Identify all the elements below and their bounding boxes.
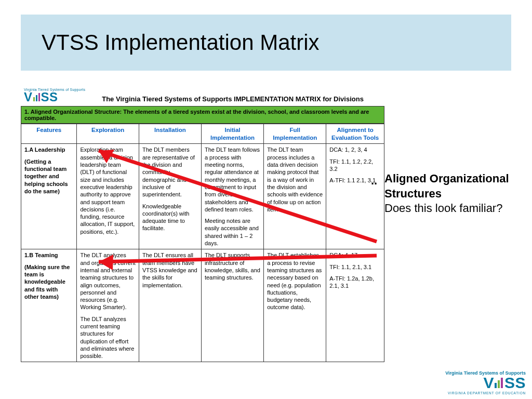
cell-alignment: DCA: 1, 2, 3, 4 TFI: 1.1, 1.2, 2.2, 3.2 … — [326, 144, 384, 249]
footer-logo: Virginia Tiered Systems of Supports VSS … — [445, 370, 526, 395]
logo-bars-icon — [495, 376, 504, 388]
document-title: The Virginia Tiered Systems of Supports … — [95, 95, 381, 103]
section-heading: 1. Aligned Organizational Structure: The… — [21, 106, 384, 124]
cell-exploration: The DLT analyzes and organizes current i… — [77, 249, 139, 362]
implementation-matrix-table: Features Exploration Installation Initia… — [21, 124, 384, 363]
col-features: Features — [21, 124, 77, 144]
footer-logo-text: VSS — [445, 376, 526, 391]
feature-cell: 1.A Leadership (Getting a functional tea… — [21, 144, 77, 249]
col-initial: Initial Implementation — [201, 124, 263, 144]
col-installation: Installation — [139, 124, 201, 144]
feature-sub: (Getting a functional team together and … — [24, 158, 73, 195]
callout-heading: Aligned Organizational Structures — [384, 172, 509, 200]
table-row: 1.B Teaming (Making sure the team is kno… — [21, 249, 384, 362]
feature-cell: 1.B Teaming (Making sure the team is kno… — [21, 249, 77, 362]
callout-body: Does this look familiar? — [384, 202, 502, 215]
logo-bars-icon — [33, 92, 41, 101]
vtss-logo-small: Virginia Tiered Systems of Supports VSS — [24, 88, 85, 103]
logo-text: VSS — [24, 91, 85, 103]
cell-installation: The DLT ensures all team members have VT… — [139, 249, 201, 362]
document-panel: Virginia Tiered Systems of Supports VSS … — [21, 86, 384, 362]
cell-installation: The DLT members are representative of th… — [139, 144, 201, 249]
feature-code: 1.B Teaming — [24, 252, 58, 258]
table-row: 1.A Leadership (Getting a functional tea… — [21, 144, 384, 249]
ellipsis-icon: .. — [371, 174, 377, 189]
table-header-row: Features Exploration Installation Initia… — [21, 124, 384, 144]
feature-sub: (Making sure the team is knowledgeable a… — [24, 263, 73, 300]
cell-full: The DLT team process includes a data dri… — [264, 144, 326, 249]
title-band: VTSS Implementation Matrix — [21, 15, 511, 71]
cell-initial: The DLT team follows a process with meet… — [201, 144, 263, 249]
col-alignment: Alignment to Evaluation Tools — [326, 124, 384, 144]
col-full: Full Implementation — [264, 124, 326, 144]
cell-full: The DLT establishes a process to revise … — [264, 249, 326, 362]
cell-initial: The DLT supports infrastructure of knowl… — [201, 249, 263, 362]
col-exploration: Exploration — [77, 124, 139, 144]
callout-text: .. Aligned Organizational Structures Doe… — [384, 171, 530, 216]
feature-code: 1.A Leadership — [24, 147, 65, 153]
cell-alignment: DCA: 4, 17 TFI: 1.1, 2.1, 3.1 A-TFI: 1.2… — [326, 249, 384, 362]
document-header: Virginia Tiered Systems of Supports VSS … — [21, 86, 384, 106]
cell-exploration: Exploration team assembles a division le… — [77, 144, 139, 249]
slide-title: VTSS Implementation Matrix — [42, 30, 490, 55]
footer-subline: VIRGINIA DEPARTMENT OF EDUCATION — [445, 391, 526, 395]
